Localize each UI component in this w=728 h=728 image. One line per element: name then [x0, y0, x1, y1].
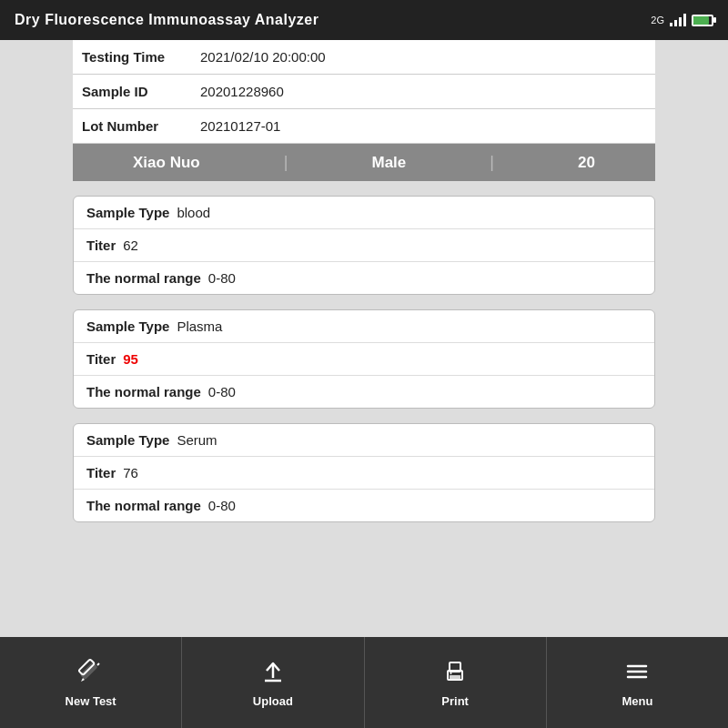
patient-divider-2: | — [490, 153, 494, 172]
sample-type-row-1: Sample TypePlasma — [74, 310, 654, 343]
titer-label-0: Titer — [86, 238, 116, 253]
normal-range-label-0: The normal range — [86, 270, 201, 286]
sample-id-label: Sample ID — [82, 84, 200, 99]
sample-type-label-2: Sample Type — [86, 432, 169, 448]
sample-type-row-2: Sample TypeSerum — [74, 424, 654, 457]
svg-rect-7 — [450, 675, 460, 679]
upload-label: Upload — [253, 694, 293, 708]
normal-range-row-0: The normal range0-80 — [74, 262, 654, 294]
results-container: Sample TypebloodTiter62The normal range0… — [73, 196, 655, 522]
lot-number-label: Lot Number — [82, 118, 200, 134]
patient-gender: Male — [371, 154, 406, 172]
normal-range-label-1: The normal range — [86, 384, 201, 399]
normal-range-value-0: 0-80 — [208, 270, 236, 286]
normal-range-row-2: The normal range0-80 — [74, 490, 654, 521]
print-icon — [441, 658, 469, 689]
menu-icon — [623, 658, 651, 689]
titer-value-0: 62 — [123, 238, 138, 253]
lot-number-row: Lot Number 20210127-01 — [73, 109, 655, 144]
sample-type-value-2: Serum — [177, 432, 217, 448]
nav-upload[interactable]: Upload — [182, 637, 364, 728]
titer-value-1: 95 — [123, 351, 138, 367]
sample-type-label-1: Sample Type — [86, 318, 169, 334]
titer-label-2: Titer — [86, 465, 116, 480]
new-test-label: New Test — [66, 694, 116, 708]
lot-number-value: 20210127-01 — [200, 118, 280, 134]
app-title: Dry Fluorescence Immunoassay Analyzer — [15, 12, 318, 28]
titer-row-0: Titer62 — [74, 229, 654, 262]
patient-divider-1: | — [284, 153, 288, 172]
sample-id-row: Sample ID 20201228960 — [73, 75, 655, 109]
sample-type-value-1: Plasma — [177, 318, 222, 334]
patient-name: Xiao Nuo — [133, 154, 200, 172]
main-content: Testing Time 2021/02/10 20:00:00 Sample … — [0, 40, 728, 637]
nav-print[interactable]: Print — [365, 637, 547, 728]
info-section: Testing Time 2021/02/10 20:00:00 Sample … — [73, 40, 655, 144]
result-card-1: Sample TypePlasmaTiter95The normal range… — [73, 309, 655, 409]
print-label: Print — [441, 694, 469, 708]
status-bar: Dry Fluorescence Immunoassay Analyzer 2G — [0, 0, 728, 40]
patient-header: Xiao Nuo | Male | 20 — [73, 144, 655, 181]
result-card-2: Sample TypeSerumTiter76The normal range0… — [73, 423, 655, 522]
sample-type-label-0: Sample Type — [86, 205, 169, 220]
titer-row-2: Titer76 — [74, 457, 654, 490]
titer-row-1: Titer95 — [74, 343, 654, 376]
sample-type-value-0: blood — [177, 205, 210, 220]
bottom-nav: New Test Upload Print — [0, 637, 728, 728]
svg-rect-0 — [79, 662, 97, 680]
titer-label-1: Titer — [86, 351, 116, 367]
normal-range-row-1: The normal range0-80 — [74, 376, 654, 408]
sample-type-row-0: Sample Typeblood — [74, 197, 654, 229]
testing-time-label: Testing Time — [82, 49, 200, 65]
nav-menu[interactable]: Menu — [547, 637, 728, 728]
network-label: 2G — [651, 15, 664, 25]
svg-line-2 — [97, 663, 99, 665]
svg-point-8 — [450, 672, 452, 674]
titer-value-2: 76 — [123, 465, 138, 480]
status-icons: 2G — [651, 14, 713, 26]
testing-time-row: Testing Time 2021/02/10 20:00:00 — [73, 40, 655, 75]
result-card-0: Sample TypebloodTiter62The normal range0… — [73, 196, 655, 295]
nav-new-test[interactable]: New Test — [0, 637, 182, 728]
sample-id-value: 20201228960 — [200, 84, 284, 99]
normal-range-value-1: 0-80 — [208, 384, 236, 399]
upload-icon — [259, 658, 287, 689]
menu-label: Menu — [622, 694, 652, 708]
battery-icon — [692, 15, 713, 26]
patient-age: 20 — [578, 154, 595, 172]
testing-time-value: 2021/02/10 20:00:00 — [200, 49, 326, 65]
new-test-icon — [77, 658, 105, 689]
normal-range-label-2: The normal range — [86, 498, 201, 513]
signal-icon — [670, 14, 686, 26]
normal-range-value-2: 0-80 — [208, 498, 236, 513]
